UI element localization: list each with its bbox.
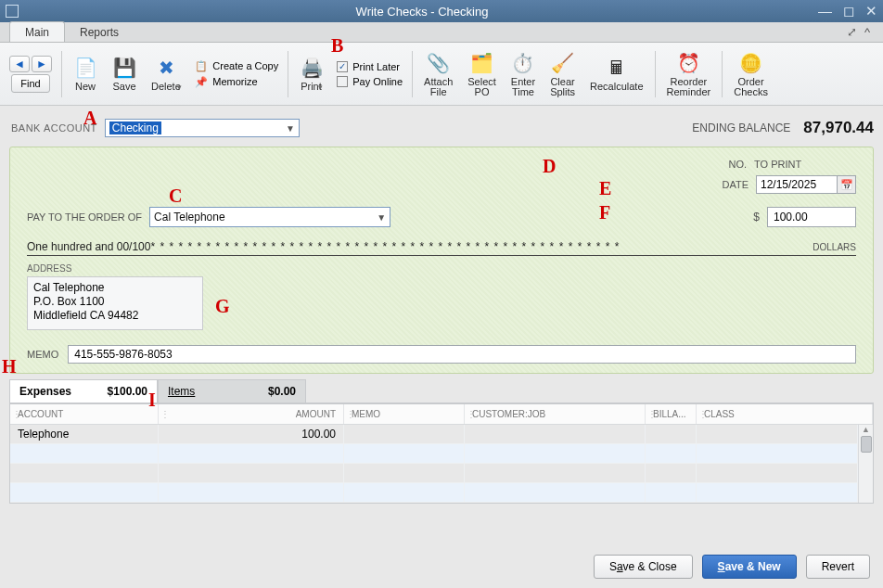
ending-balance-value: 87,970.44 (803, 119, 874, 137)
calendar-icon[interactable]: 📅 (838, 175, 856, 194)
reminder-icon: ⏰ (676, 51, 700, 75)
order-checks-icon: 🪙 (739, 51, 763, 75)
memorize-button[interactable]: 📌 Memorize (195, 76, 278, 88)
callout-A: A (83, 108, 96, 129)
clear-splits-icon: 🧹 (551, 51, 575, 75)
new-icon: 📄 (73, 56, 97, 80)
save-icon: 💾 (112, 56, 136, 80)
print-icon: 🖨️ (300, 56, 324, 80)
callout-C: C (169, 185, 182, 207)
attach-file-button[interactable]: 📎 Attach File (416, 46, 460, 102)
revert-button[interactable]: Revert (806, 555, 870, 579)
pay-to-label: PAY TO THE ORDER OF (27, 211, 142, 223)
date-field[interactable] (756, 175, 838, 194)
scrollbar[interactable]: ▲ (858, 425, 873, 503)
create-copy-button[interactable]: 📋 Create a Copy (195, 60, 278, 72)
minimize-button[interactable]: — (818, 3, 832, 19)
order-checks-button[interactable]: 🪙 Order Checks (726, 46, 775, 102)
col-account[interactable]: ACCOUNT (10, 404, 159, 424)
check-panel: NO. TO PRINT DATE 📅 PAY TO THE ORDER OF … (9, 147, 874, 374)
prev-button[interactable]: ◄ (9, 56, 30, 72)
table-row[interactable]: Telephone 100.00 (10, 425, 858, 444)
nav-group: ◄ ► Find (7, 56, 58, 93)
po-icon: 🗂️ (470, 51, 494, 75)
memo-label: MEMO (27, 349, 58, 360)
checkbox-unchecked-icon (337, 76, 348, 87)
save-button[interactable]: 💾 Save (105, 46, 144, 102)
check-no-label: NO. (710, 159, 747, 170)
payee-dropdown[interactable]: Cal Telephone ▼ (149, 207, 390, 227)
subtab-items[interactable]: Items $0.00 (158, 379, 306, 403)
expand-ribbon-icon[interactable]: ⤢ ^ (847, 25, 872, 39)
callout-F: F (599, 202, 610, 224)
delete-icon: ✖ (155, 56, 179, 80)
save-new-button[interactable]: Save & New (702, 555, 797, 579)
recalculate-button[interactable]: 🖩 Recalculate (582, 46, 650, 102)
next-button[interactable]: ► (32, 56, 52, 72)
col-class[interactable]: CLASS (697, 404, 873, 424)
currency-label: $ (753, 211, 760, 224)
print-button[interactable]: 🖨️ Print ▾ (292, 46, 331, 102)
table-row[interactable] (10, 464, 858, 483)
toolbar: ◄ ► Find 📄 New 💾 Save ✖ Delete ▾ 📋 Creat… (0, 43, 883, 106)
new-button[interactable]: 📄 New (66, 46, 105, 102)
check-no-value: TO PRINT (754, 159, 856, 170)
find-button[interactable]: Find (11, 74, 50, 93)
maximize-button[interactable]: ◻ (843, 3, 854, 19)
callout-I: I (148, 390, 156, 411)
pay-online-checkbox[interactable]: Pay Online (337, 76, 403, 87)
address-label: ADDRESS (27, 263, 856, 274)
ribbon-tabstrip: Main Reports ⤢ ^ (0, 22, 883, 43)
reorder-reminder-button[interactable]: ⏰ Reorder Reminder (659, 46, 719, 102)
ending-balance-label: ENDING BALANCE (692, 121, 790, 134)
tab-main[interactable]: Main (9, 21, 65, 42)
clear-splits-button[interactable]: 🧹 Clear Splits (543, 46, 582, 102)
memo-field[interactable] (68, 345, 856, 364)
calculator-icon: 🖩 (605, 56, 629, 80)
col-customer[interactable]: CUSTOMER:JOB (465, 404, 646, 424)
copy-icon: 📋 (195, 60, 208, 72)
close-button[interactable]: ✕ (865, 3, 877, 19)
callout-H: H (2, 356, 17, 377)
delete-button[interactable]: ✖ Delete ▾ (144, 46, 189, 102)
subtab-expenses[interactable]: Expenses $100.00 (9, 379, 158, 403)
print-later-checkbox[interactable]: ✓ Print Later (337, 61, 403, 72)
clock-icon: ⏱️ (511, 51, 535, 75)
title-bar: Write Checks - Checking — ◻ ✕ (0, 0, 883, 22)
chevron-down-icon: ▼ (377, 212, 386, 223)
amount-field[interactable] (767, 207, 856, 227)
callout-E: E (599, 178, 611, 199)
bank-account-dropdown[interactable]: Checking ▼ (105, 119, 300, 137)
dollars-label: DOLLARS (813, 242, 856, 252)
chevron-down-icon: ▼ (286, 123, 295, 134)
callout-B: B (331, 35, 343, 57)
callout-G: G (215, 296, 230, 317)
date-label: DATE (722, 179, 749, 190)
table-row[interactable] (10, 444, 858, 464)
col-amount[interactable]: AMOUNT (159, 404, 344, 424)
col-memo[interactable]: MEMO (344, 404, 465, 424)
callout-D: D (543, 156, 556, 177)
tab-reports[interactable]: Reports (65, 22, 134, 42)
select-po-button[interactable]: 🗂️ Select PO (460, 46, 504, 102)
window-menu-icon[interactable] (6, 5, 19, 18)
table-row[interactable] (10, 483, 858, 503)
expense-grid: ACCOUNT AMOUNT MEMO CUSTOMER:JOB BILLA..… (9, 403, 874, 504)
col-billable[interactable]: BILLA... (646, 404, 697, 424)
memorize-icon: 📌 (195, 76, 208, 88)
amount-words: One hundred and 00/100 (27, 240, 150, 253)
enter-time-button[interactable]: ⏱️ Enter Time (504, 46, 543, 102)
paperclip-icon: 📎 (427, 51, 451, 75)
save-close-button[interactable]: Save & Close (594, 555, 693, 579)
address-field[interactable]: Cal Telephone P.O. Box 1100 Middlefield … (27, 276, 203, 330)
window-title: Write Checks - Checking (26, 5, 818, 19)
checkbox-checked-icon: ✓ (337, 61, 348, 72)
